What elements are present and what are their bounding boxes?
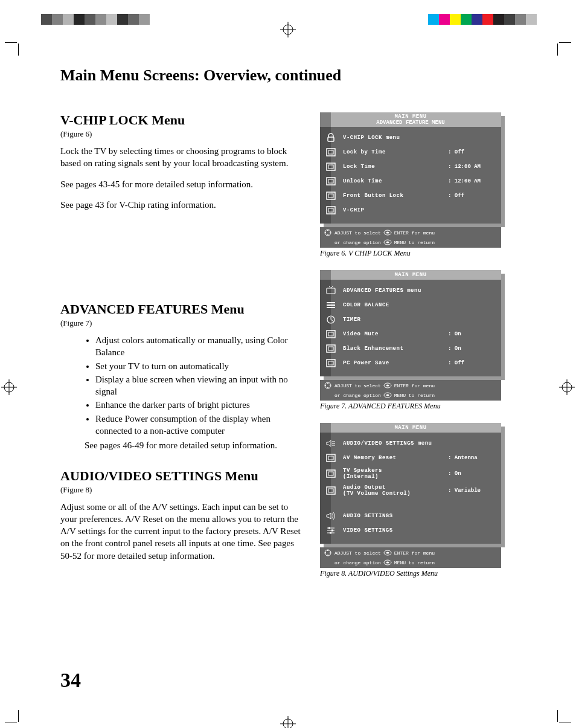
color-swatch (461, 14, 472, 25)
dpad-icon (324, 382, 332, 389)
bullet-item: Display a blue screen when viewing an in… (95, 373, 302, 398)
figure-ref: (Figure 7) (60, 318, 302, 328)
hint-text: MENU to return (394, 240, 435, 245)
osd-menu-item[interactable]: COLOR BALANCE (325, 298, 496, 312)
enter-button-icon (383, 229, 392, 236)
bullet-item: Enhance the darker parts of bright pictu… (95, 399, 302, 411)
svg-rect-12 (328, 137, 334, 141)
color-swatch (428, 14, 439, 25)
body-text: Lock the TV by selecting times or choosi… (60, 145, 302, 170)
osd-item-label: Front Button Lock (343, 193, 448, 199)
osd-menu-item[interactable]: TV Speakers (Internal): On (325, 465, 496, 482)
osd-subtitle: ADVANCED FEATURE MENU (320, 120, 501, 127)
osd-item-label: V-CHIP (343, 207, 448, 213)
osd-item-value: : Off (448, 193, 496, 199)
osd-title: MAIN MENU (320, 270, 501, 280)
osd-menu-item[interactable]: Audio Output (TV Volume Control): Variab… (325, 482, 496, 499)
osd-menu-item[interactable]: Video Mute: On (325, 327, 496, 341)
osd-hint-bar: ADJUST to select ENTER for menu or chang… (320, 227, 501, 248)
clock-icon (325, 315, 337, 324)
osd-item-value: : Off (448, 360, 496, 366)
hint-text: MENU to return (394, 560, 435, 565)
color-swatch (439, 14, 450, 25)
svg-rect-70 (331, 530, 333, 532)
osd-menu-item[interactable]: TIMER (325, 312, 496, 327)
osd-item-value: : 12:00 AM (448, 164, 496, 170)
color-swatch (106, 14, 117, 25)
svg-point-6 (4, 382, 14, 392)
osd-item-label: V-CHIP LOCK menu (343, 135, 448, 141)
osd-menu-item[interactable]: Front Button Lock: Off (325, 188, 496, 203)
speaker-icon (325, 511, 337, 521)
osd-title: MAIN MENU (320, 423, 501, 433)
figure-ref: (Figure 8) (60, 485, 302, 495)
svg-rect-44 (328, 347, 333, 350)
registration-mark-icon (559, 379, 575, 395)
svg-rect-42 (328, 332, 333, 336)
osd-menu-item[interactable]: V-CHIP (325, 203, 496, 217)
svg-rect-63 (328, 472, 333, 475)
figure-ref: (Figure 6) (60, 129, 302, 139)
svg-rect-72 (330, 532, 331, 534)
color-swatch (493, 14, 504, 25)
osd-menu-item[interactable]: AV Memory Reset: Antenna (325, 451, 496, 465)
svg-rect-41 (327, 330, 335, 338)
osd-item-label: TIMER (343, 317, 448, 323)
osd-menu-item[interactable]: AUDIO SETTINGS (325, 509, 496, 523)
section-advanced: ADVANCED FEATURES Menu (Figure 7) Adjust… (60, 301, 302, 451)
box-icon (325, 191, 337, 201)
svg-rect-13 (327, 149, 335, 156)
color-swatch (482, 14, 493, 25)
dpad-icon (324, 229, 332, 236)
bullet-item: Reduce Power consumption of the display … (95, 413, 302, 437)
box-icon (325, 329, 337, 339)
figure-8: MAIN MENU AUDIO/VIDEO SETTINGS menuAV Me… (320, 423, 507, 578)
svg-line-40 (331, 320, 333, 321)
enter-button-icon (383, 391, 392, 399)
osd-menu-item[interactable]: V-CHIP LOCK menu (325, 130, 496, 145)
greyscale-swatches (41, 14, 150, 25)
osd-item-label: Audio Output (TV Volume Control) (343, 485, 448, 497)
box-icon (325, 176, 337, 186)
bars-icon (325, 300, 337, 310)
osd-menu-item[interactable]: VIDEO SETTINGS (325, 523, 496, 538)
page-title: Main Menu Screens: Overview, continued (60, 66, 516, 85)
osd-menu-item[interactable]: Unlock Time: 12:00 AM (325, 174, 496, 188)
figure-6: MAIN MENU ADVANCED FEATURE MENU V-CHIP L… (320, 112, 507, 258)
figure-caption: Figure 8. AUDIO/VIDEO Settings Menu (320, 569, 507, 578)
color-swatch (117, 14, 128, 25)
svg-rect-32 (327, 288, 335, 294)
hint-text: MENU to return (394, 393, 435, 398)
osd-menu-item[interactable]: ADVANCED FEATURES menu (325, 283, 496, 298)
osd-item-label: PC Power Save (343, 360, 448, 366)
osd-item-value: : 12:00 AM (448, 178, 496, 184)
svg-marker-66 (327, 513, 331, 519)
osd-menu-item[interactable]: Lock by Time: Off (325, 145, 496, 159)
svg-rect-46 (328, 361, 333, 365)
osd-item-label: ADVANCED FEATURES menu (343, 288, 448, 294)
figure-caption: Figure 7. ADVANCED FEATURES Menu (320, 402, 507, 411)
color-swatch (139, 14, 150, 25)
section-heading-av: AUDIO/VIDEO SETTINGS Menu (60, 468, 302, 483)
svg-point-79 (386, 552, 389, 554)
osd-menu-item[interactable]: Black Enhancement: On (325, 341, 496, 356)
svg-point-29 (386, 232, 389, 234)
osd-item-value: : On (448, 471, 496, 477)
registration-mark-icon (1, 379, 17, 395)
osd-title: MAIN MENU (320, 112, 501, 120)
osd-menu-item[interactable]: AUDIO/VIDEO SETTINGS menu (325, 436, 496, 451)
color-swatch (85, 14, 95, 25)
body-text: See pages 46-49 for more detailed setup … (60, 439, 302, 451)
hint-text: ADJUST to select (334, 383, 381, 388)
osd-item-label: AV Memory Reset (343, 455, 448, 461)
osd-menu-item[interactable]: Lock Time: 12:00 AM (325, 159, 496, 174)
box-icon (325, 147, 337, 157)
color-swatch (450, 14, 461, 25)
svg-rect-43 (327, 345, 335, 352)
osd-menu: MAIN MENU ADVANCED FEATURE MENU V-CHIP L… (320, 112, 501, 224)
section-heading-vchip: V-CHIP LOCK Menu (60, 112, 302, 128)
svg-rect-22 (328, 208, 333, 212)
color-swatch (504, 14, 515, 25)
hint-text: ADJUST to select (334, 550, 381, 556)
osd-menu-item[interactable]: PC Power Save: Off (325, 356, 496, 370)
